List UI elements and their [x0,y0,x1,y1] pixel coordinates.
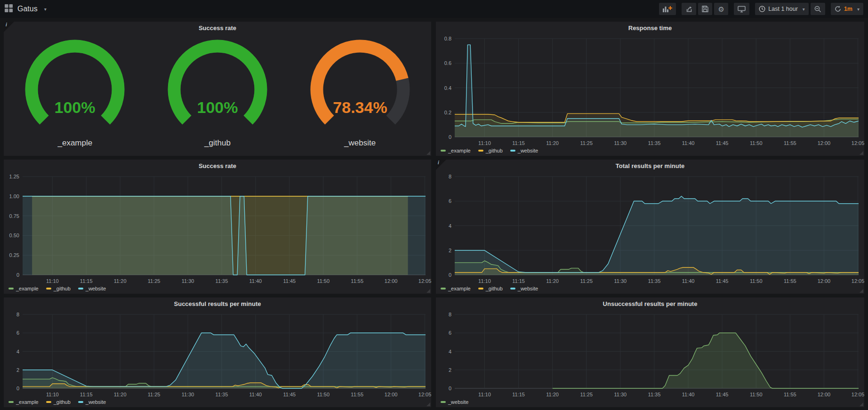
svg-text:11:40: 11:40 [249,392,262,397]
legend-item-_example[interactable]: _example [441,286,471,291]
svg-text:11:35: 11:35 [648,392,661,397]
legend-item-_website[interactable]: _website [510,286,538,291]
legend-swatch [78,288,83,289]
legend-item-_example[interactable]: _example [8,399,39,405]
panel-title[interactable]: Success rate [4,24,431,32]
legend-item-_github[interactable]: _github [478,286,503,291]
panel-resize-handle[interactable] [860,289,863,293]
panel-title[interactable]: Total results per minute [436,162,864,169]
svg-text:11:25: 11:25 [580,392,593,397]
legend-item-_example[interactable]: _example [8,286,39,291]
settings-button[interactable]: ⚙ [714,3,728,15]
svg-text:11:10: 11:10 [46,392,59,397]
response-time-chart[interactable]: 00.20.40.60.811:1011:1511:2011:2511:3011… [436,35,864,156]
svg-text:12:05: 12:05 [852,392,864,397]
svg-text:11:20: 11:20 [546,278,559,284]
panel-title[interactable]: Successful results per minute [4,300,431,307]
svg-text:11:40: 11:40 [682,392,695,397]
svg-text:11:45: 11:45 [283,392,296,397]
svg-text:11:55: 11:55 [784,140,796,146]
legend-item-_example[interactable]: _example [441,148,471,153]
dashboard-caret-icon[interactable]: ▾ [44,7,47,12]
refresh-button[interactable]: 1m ▾ [831,3,863,15]
svg-text:0.2: 0.2 [444,110,451,115]
legend-label: _website [86,286,106,291]
total-results-chart[interactable]: 0246811:1011:1511:2011:2511:3011:3511:40… [436,173,864,294]
legend-swatch [46,401,51,403]
legend-label: _example [448,148,471,153]
svg-text:11:20: 11:20 [114,278,127,284]
panel-title[interactable]: Unsuccessful results per minute [436,300,864,307]
legend-item-_website[interactable]: _website [78,399,106,405]
panel-title[interactable]: Response time [436,24,864,32]
dashboard-grid-icon[interactable] [5,4,13,14]
svg-text:11:50: 11:50 [750,278,763,284]
share-button[interactable] [682,3,696,15]
svg-text:11:45: 11:45 [283,278,296,284]
svg-text:8: 8 [449,174,451,179]
legend-swatch [478,150,483,152]
time-range-button[interactable]: Last 1 hour ▾ [755,3,809,15]
panel-resize-handle[interactable] [426,151,430,155]
svg-text:4: 4 [449,223,451,229]
time-range-label: Last 1 hour [768,6,798,12]
svg-text:11:10: 11:10 [478,392,491,397]
svg-text:11:15: 11:15 [80,392,93,397]
add-panel-button[interactable] [659,3,676,15]
svg-text:11:35: 11:35 [648,278,661,284]
panel-resize-handle[interactable] [860,151,863,155]
svg-text:0.50: 0.50 [9,233,19,238]
gauge-label: _github [204,138,231,148]
legend-item-_website[interactable]: _website [78,286,106,291]
panel-response-time: Response time 00.20.40.60.811:1011:1511:… [436,22,864,156]
chart-legend: _example_github_website [8,286,106,291]
save-button[interactable] [698,3,712,15]
svg-text:100%: 100% [197,98,238,116]
refresh-interval-label: 1m [844,6,852,12]
svg-text:11:50: 11:50 [750,140,763,146]
svg-text:0.8: 0.8 [444,36,451,41]
svg-text:100%: 100% [55,98,96,116]
legend-item-_github[interactable]: _github [478,148,503,153]
legend-swatch [78,401,83,403]
panel-title[interactable]: Success rate [4,162,431,169]
panel-successful-results: Successful results per minute 0246811:10… [4,297,431,407]
legend-item-_github[interactable]: _github [46,286,71,291]
panel-resize-handle[interactable] [426,402,430,406]
svg-text:11:10: 11:10 [478,140,491,146]
panel-resize-handle[interactable] [860,402,863,406]
dashboard-title[interactable]: Gatus [17,5,38,13]
legend-label: _example [16,399,39,405]
svg-text:11:15: 11:15 [512,392,525,397]
zoom-out-button[interactable] [811,3,825,15]
unsuccessful-results-chart[interactable]: 0246811:1011:1511:2011:2511:3011:3511:40… [436,311,864,407]
gear-icon: ⚙ [718,6,724,13]
svg-text:11:55: 11:55 [784,392,796,397]
legend-label: _example [16,286,39,291]
svg-text:11:20: 11:20 [546,392,559,397]
svg-text:11:35: 11:35 [648,140,661,146]
gauge-_github: 100%_github [149,38,286,148]
legend-label: _example [448,286,471,291]
legend-label: _github [486,148,503,153]
svg-text:2: 2 [16,367,19,373]
svg-text:11:25: 11:25 [580,140,593,146]
legend-item-_website[interactable]: _website [441,399,468,405]
successful-results-chart[interactable]: 0246811:1011:1511:2011:2511:3011:3511:40… [4,311,431,407]
legend-item-_github[interactable]: _github [46,399,71,405]
svg-text:8: 8 [449,312,451,317]
panel-resize-handle[interactable] [426,289,430,293]
success-rate-chart[interactable]: 00.250.500.751.001.2511:1011:1511:2011:2… [4,173,431,294]
legend-item-_website[interactable]: _website [510,148,538,153]
chart-legend: _example_github_website [441,286,538,291]
svg-text:11:45: 11:45 [716,392,729,397]
svg-text:6: 6 [16,330,19,336]
legend-label: _website [518,148,538,153]
gauge-label: _example [57,138,92,148]
cycle-view-button[interactable] [734,3,749,15]
svg-text:11:25: 11:25 [148,392,161,397]
svg-text:1.00: 1.00 [9,193,19,199]
legend-swatch [510,150,515,152]
add-panel-icon [663,6,672,12]
svg-text:0: 0 [16,386,19,391]
